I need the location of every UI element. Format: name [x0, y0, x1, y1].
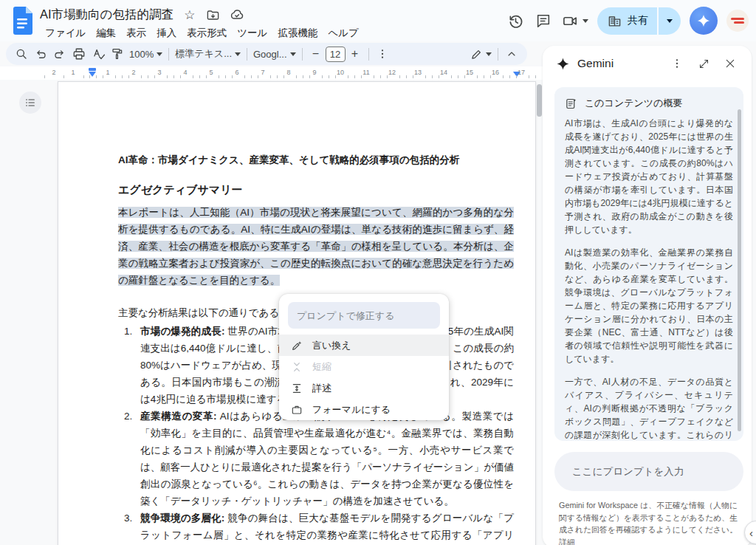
- zoom-select[interactable]: 100%: [127, 44, 165, 64]
- menubar: ファイル 編集 表示 挿入 表示形式 ツール 拡張機能 ヘルプ: [40, 25, 364, 41]
- cloud-status-icon[interactable]: [230, 7, 244, 22]
- doc-heading-2: エグゼクティブサマリー: [118, 182, 514, 198]
- document-title[interactable]: AI市場動向の包括的調査: [40, 7, 173, 23]
- ruler[interactable]: 211234567891011121314151617: [0, 66, 543, 80]
- menu-edit[interactable]: 編集: [91, 25, 121, 41]
- document-outline-button[interactable]: [19, 92, 41, 114]
- panel-more-icon[interactable]: [667, 54, 687, 73]
- gemini-prompt-input[interactable]: [554, 466, 743, 477]
- ruler-number: 7: [261, 69, 264, 76]
- selected-paragraph: 本レポートは、人工知能（AI）市場の現状と将来展望について、網羅的かつ多角的な分…: [118, 204, 514, 289]
- menu-format[interactable]: 表示形式: [182, 25, 232, 41]
- menu-help[interactable]: ヘルプ: [323, 25, 363, 41]
- ruler-number: 16: [492, 69, 499, 76]
- ruler-number: 12: [388, 69, 396, 76]
- summary-scrollbar[interactable]: [738, 109, 741, 431]
- meet-caret-icon[interactable]: [583, 19, 588, 23]
- ruler-number: 6: [235, 69, 238, 76]
- style-value: 標準テキス...: [175, 47, 232, 61]
- menu-item-formalize[interactable]: フォーマルにする: [279, 399, 449, 420]
- list-item: 3. 競争環境の多層化: 競争の舞台は、巨大な基盤モデルを開発するグローバルな「…: [118, 510, 514, 545]
- summary-doc-icon: [565, 97, 577, 110]
- menu-file[interactable]: ファイル: [40, 25, 91, 41]
- share-dropdown[interactable]: [659, 7, 681, 35]
- ruler-number: 2: [131, 69, 135, 76]
- redo-icon[interactable]: [50, 44, 69, 64]
- ruler-number: 4: [183, 69, 187, 76]
- ruler-number: 14: [440, 69, 447, 76]
- google-docs-logo[interactable]: [12, 7, 32, 35]
- ruler-number: 5: [209, 69, 213, 76]
- paint-format-icon[interactable]: [108, 44, 127, 64]
- panel-expand-icon[interactable]: [694, 54, 713, 73]
- meet-call-control[interactable]: [562, 13, 588, 30]
- search-menus-icon[interactable]: [12, 44, 31, 64]
- summary-card-title: このコンテンツの概要: [585, 97, 682, 110]
- ruler-number: 11: [362, 69, 369, 76]
- prompt-pill[interactable]: [554, 452, 743, 491]
- gemini-refine-popup: 言い換え 短縮 詳述 フォーマルにする: [279, 294, 449, 420]
- print-icon[interactable]: [69, 44, 89, 64]
- rephrase-pen-icon: [291, 340, 303, 352]
- ruler-number: 1: [71, 69, 75, 76]
- menu-tools[interactable]: ツール: [232, 25, 272, 41]
- panel-close-icon[interactable]: [721, 54, 740, 73]
- hide-menus-icon[interactable]: [502, 44, 521, 64]
- ruler-number: 10: [337, 69, 344, 76]
- elaborate-icon: [291, 383, 303, 394]
- decrease-font-size-button[interactable]: −: [306, 44, 326, 64]
- menu-view[interactable]: 表示: [121, 25, 151, 41]
- menu-item-rephrase[interactable]: 言い換え: [279, 335, 449, 356]
- document-scrollbar[interactable]: [537, 84, 542, 117]
- ruler-number: 3: [157, 69, 161, 76]
- app-header: AI市場動向の包括的調査 ☆ ファイル 編集 表示 挿入 表示形式 ツール 拡張…: [0, 0, 756, 41]
- font-select[interactable]: Googl...: [251, 44, 298, 64]
- zoom-value: 100%: [129, 49, 154, 60]
- gemini-spark-icon: [696, 13, 711, 28]
- increase-font-size-button[interactable]: +: [346, 44, 365, 64]
- gemini-icon: [556, 57, 570, 71]
- ruler-number: 8: [286, 69, 290, 76]
- editing-mode-button[interactable]: [468, 44, 494, 64]
- share-label: 共有: [628, 14, 648, 27]
- briefcase-icon: [291, 404, 303, 416]
- move-to-folder-icon[interactable]: [206, 7, 221, 22]
- doc-heading-1: AI革命：市場ダイナミクス、産業変革、そして戦略的必須事項の包括的分析: [118, 151, 514, 168]
- paragraph-style-select[interactable]: 標準テキス...: [173, 44, 243, 64]
- menu-extensions[interactable]: 拡張機能: [272, 25, 323, 41]
- disclaimer-details-link[interactable]: 詳細: [559, 538, 575, 545]
- list-item: 2. 産業構造の変革: AIはあらゆる産業の競争ルールを再定義している。製造業で…: [118, 408, 514, 510]
- gemini-disclaimer: Gemini for Workspace は、不正確な情報（人物に関する情報など…: [559, 499, 738, 545]
- shorten-icon: [291, 361, 303, 373]
- comments-icon[interactable]: [534, 11, 553, 30]
- panel-title: Gemini: [577, 57, 660, 70]
- user-avatar[interactable]: [726, 10, 749, 32]
- ruler-number: 15: [466, 69, 473, 76]
- gemini-spark-button[interactable]: [690, 7, 718, 35]
- refine-prompt-input[interactable]: [288, 302, 440, 329]
- first-line-indent-marker[interactable]: [89, 68, 96, 71]
- font-value: Googl...: [253, 49, 287, 60]
- summary-paragraph: AIは製造業の効率化、金融業界の業務自動化、小売業のパーソナライゼーションなど、…: [565, 246, 733, 366]
- star-icon[interactable]: ☆: [182, 7, 197, 22]
- share-button[interactable]: 共有: [597, 7, 681, 35]
- gemini-side-panel: Gemini このコンテンツの概要 AI市場は、生成AIの台頭により爆発的な成長…: [543, 46, 752, 545]
- ruler-number: 1: [106, 69, 109, 76]
- spellcheck-icon[interactable]: [89, 44, 108, 64]
- ruler-number: 9: [312, 69, 316, 76]
- ruler-number: 13: [414, 69, 422, 76]
- version-history-icon[interactable]: [506, 11, 525, 30]
- ruler-number: 17: [518, 69, 525, 76]
- undo-icon[interactable]: [31, 44, 50, 64]
- menu-insert[interactable]: 挿入: [151, 25, 182, 41]
- font-size-input[interactable]: 12: [326, 47, 346, 62]
- summary-paragraph: AI市場は、生成AIの台頭により爆発的な成長を遂げており、2025年には世界の生…: [565, 117, 733, 236]
- ruler-number: 2: [52, 69, 55, 76]
- menu-item-shorten: 短縮: [279, 356, 449, 377]
- document-canvas: AI革命：市場ダイナミクス、産業変革、そして戦略的必須事項の包括的分析 エグゼク…: [0, 80, 543, 545]
- toolbar: 100% 標準テキス... Googl... − 12 +: [6, 43, 527, 65]
- more-options-icon[interactable]: [373, 44, 392, 64]
- summary-card[interactable]: このコンテンツの概要 AI市場は、生成AIの台頭により爆発的な成長を遂げており、…: [554, 87, 743, 441]
- summary-paragraph: 一方で、AI人材の不足、データの品質とバイアス、プライバシー、セキュリティ、AI…: [565, 375, 733, 441]
- menu-item-elaborate[interactable]: 詳述: [279, 377, 449, 399]
